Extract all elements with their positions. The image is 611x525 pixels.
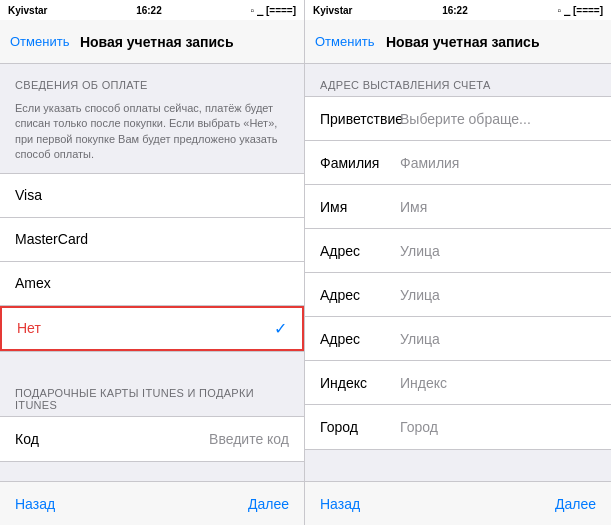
nav-bar-right: Отменить Новая учетная запись bbox=[305, 20, 611, 64]
address1-label: Адрес bbox=[320, 243, 400, 259]
gift-section-header: ПОДАРОЧНЫЕ КАРТЫ ITUNES И ПОДАРКИ ITUNES bbox=[0, 372, 304, 416]
left-content: СВЕДЕНИЯ ОБ ОПЛАТЕ Если указать способ о… bbox=[0, 64, 304, 481]
cancel-button-right[interactable]: Отменить bbox=[315, 34, 374, 49]
lastname-value: Фамилия bbox=[400, 155, 459, 171]
greeting-label: Приветствие bbox=[320, 111, 400, 127]
next-button-right[interactable]: Далее bbox=[555, 496, 596, 512]
zip-value: Индекс bbox=[400, 375, 447, 391]
wifi-icon: ⎯ bbox=[257, 5, 263, 16]
greeting-row[interactable]: Приветствие Выберите обраще... bbox=[305, 97, 611, 141]
back-button-right[interactable]: Назад bbox=[320, 496, 360, 512]
city-value: Город bbox=[400, 419, 438, 435]
nav-bar-left: Отменить Новая учетная запись bbox=[0, 20, 304, 64]
footer-note: Для того чтобы ввести номер, нажмите код… bbox=[305, 470, 611, 481]
firstname-label: Имя bbox=[320, 199, 400, 215]
city-label: Город bbox=[320, 419, 400, 435]
wifi-icon-right: ⎯ bbox=[564, 5, 570, 16]
zip-label: Индекс bbox=[320, 375, 400, 391]
status-bar-left: Kyivstar 16:22 ▫ ⎯ [====] bbox=[0, 0, 304, 20]
address3-value: Улица bbox=[400, 331, 440, 347]
payment-section-desc: Если указать способ оплаты сейчас, платё… bbox=[0, 96, 304, 173]
amex-label: Amex bbox=[15, 275, 51, 291]
payment-options-table: Visa MasterCard Amex Нет ✓ bbox=[0, 173, 304, 352]
address2-row[interactable]: Адрес Улица bbox=[305, 273, 611, 317]
greeting-value: Выберите обраще... bbox=[400, 111, 531, 127]
amex-row[interactable]: Amex bbox=[0, 262, 304, 306]
address2-label: Адрес bbox=[320, 287, 400, 303]
bluetooth-icon: ▫ bbox=[250, 5, 254, 16]
right-content: АДРЕС ВЫСТАВЛЕНИЯ СЧЕТА Приветствие Выбе… bbox=[305, 64, 611, 481]
left-screen: Kyivstar 16:22 ▫ ⎯ [====] Отменить Новая… bbox=[0, 0, 305, 525]
back-button-left[interactable]: Назад bbox=[15, 496, 55, 512]
time-left: 16:22 bbox=[136, 5, 162, 16]
address1-value: Улица bbox=[400, 243, 440, 259]
code-input[interactable]: Введите код bbox=[209, 431, 289, 447]
code-row[interactable]: Код Введите код bbox=[0, 417, 304, 461]
nav-title-left: Новая учетная запись bbox=[80, 34, 234, 50]
battery-icon-right: [====] bbox=[573, 5, 603, 16]
payment-section-header: СВЕДЕНИЯ ОБ ОПЛАТЕ bbox=[0, 64, 304, 96]
right-screen: Kyivstar 16:22 ▫ ⎯ [====] Отменить Новая… bbox=[305, 0, 611, 525]
bluetooth-icon-right: ▫ bbox=[557, 5, 561, 16]
city-row[interactable]: Город Город bbox=[305, 405, 611, 449]
battery-icon: [====] bbox=[266, 5, 296, 16]
checkmark-icon: ✓ bbox=[274, 319, 287, 338]
lastname-label: Фамилия bbox=[320, 155, 400, 171]
code-label: Код bbox=[15, 431, 39, 447]
status-icons-right: ▫ ⎯ [====] bbox=[557, 5, 603, 16]
visa-row[interactable]: Visa bbox=[0, 174, 304, 218]
billing-table: Приветствие Выберите обраще... Фамилия Ф… bbox=[305, 96, 611, 450]
carrier-left: Kyivstar bbox=[8, 5, 47, 16]
net-row[interactable]: Нет ✓ bbox=[0, 306, 304, 351]
cancel-button-left[interactable]: Отменить bbox=[10, 34, 69, 49]
address3-label: Адрес bbox=[320, 331, 400, 347]
nav-title-right: Новая учетная запись bbox=[386, 34, 540, 50]
status-icons-left: ▫ ⎯ [====] bbox=[250, 5, 296, 16]
billing-header: АДРЕС ВЫСТАВЛЕНИЯ СЧЕТА bbox=[305, 64, 611, 96]
bottom-bar-right: Назад Далее bbox=[305, 481, 611, 525]
bottom-bar-left: Назад Далее bbox=[0, 481, 304, 525]
firstname-row[interactable]: Имя Имя bbox=[305, 185, 611, 229]
next-button-left[interactable]: Далее bbox=[248, 496, 289, 512]
time-right: 16:22 bbox=[442, 5, 468, 16]
carrier-right: Kyivstar bbox=[313, 5, 352, 16]
visa-label: Visa bbox=[15, 187, 42, 203]
firstname-value: Имя bbox=[400, 199, 427, 215]
zip-row[interactable]: Индекс Индекс bbox=[305, 361, 611, 405]
mastercard-label: MasterCard bbox=[15, 231, 88, 247]
address2-value: Улица bbox=[400, 287, 440, 303]
address1-row[interactable]: Адрес Улица bbox=[305, 229, 611, 273]
address3-row[interactable]: Адрес Улица bbox=[305, 317, 611, 361]
lastname-row[interactable]: Фамилия Фамилия bbox=[305, 141, 611, 185]
net-label: Нет bbox=[17, 320, 41, 336]
mastercard-row[interactable]: MasterCard bbox=[0, 218, 304, 262]
status-bar-right: Kyivstar 16:22 ▫ ⎯ [====] bbox=[305, 0, 611, 20]
gift-table: Код Введите код bbox=[0, 416, 304, 462]
